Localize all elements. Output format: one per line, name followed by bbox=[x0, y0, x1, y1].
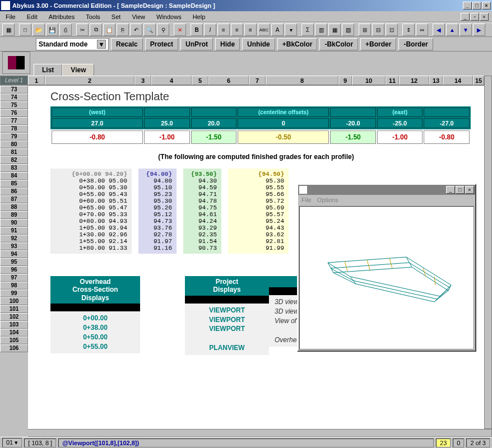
viewer-maximize-button[interactable]: □ bbox=[456, 186, 465, 194]
row-header[interactable]: 101 bbox=[0, 305, 28, 313]
chart2-icon[interactable]: ▦ bbox=[328, 24, 341, 36]
row-header[interactable]: 105 bbox=[0, 337, 28, 344]
viewer-window[interactable]: _ □ × File Options bbox=[297, 184, 476, 352]
viewer-titlebar[interactable]: _ □ × bbox=[298, 185, 475, 195]
tool3-icon[interactable]: ⊡ bbox=[386, 24, 398, 36]
border-minus-button[interactable]: -Border bbox=[398, 38, 433, 50]
row-header[interactable]: 100 bbox=[0, 297, 28, 305]
paste2-icon[interactable]: ⎘ bbox=[117, 24, 129, 36]
panel-item[interactable]: 0+55.00 bbox=[50, 342, 140, 352]
vertical-scrollbar[interactable] bbox=[484, 76, 492, 429]
col-header[interactable]: 15 bbox=[473, 76, 484, 85]
unhide-button[interactable]: Unhide bbox=[242, 38, 275, 50]
cut-icon[interactable]: ✂ bbox=[76, 24, 89, 36]
row-header[interactable]: 74 bbox=[0, 94, 28, 101]
row-header[interactable]: 83 bbox=[0, 164, 28, 172]
tool4-icon[interactable]: ⇕ bbox=[402, 24, 415, 36]
child-close-button[interactable]: × bbox=[480, 13, 489, 21]
find-icon[interactable]: 🔍 bbox=[143, 24, 156, 36]
border-plus-button[interactable]: +Border bbox=[360, 38, 396, 50]
unprot-button[interactable]: UnProt bbox=[180, 38, 213, 50]
copy-icon[interactable]: ⧉ bbox=[90, 24, 102, 36]
tool2-icon[interactable]: ⊟ bbox=[372, 24, 384, 36]
menu-file[interactable]: File bbox=[3, 12, 18, 21]
tool1-icon[interactable]: ⊞ bbox=[359, 24, 371, 36]
row-header[interactable]: 89 bbox=[0, 211, 28, 219]
row-header[interactable]: 84 bbox=[0, 172, 28, 180]
color-icon[interactable]: ▾ bbox=[285, 24, 297, 36]
tool5-icon[interactable]: ⇔ bbox=[416, 24, 428, 36]
col-header[interactable]: 6 bbox=[208, 76, 249, 85]
viewer-close-button[interactable]: × bbox=[465, 186, 474, 194]
row-header[interactable]: 102 bbox=[0, 313, 28, 321]
viewer-menu-file[interactable]: File bbox=[301, 197, 312, 203]
italic-icon[interactable]: I bbox=[204, 24, 216, 36]
col-header[interactable]: 1 bbox=[28, 76, 45, 85]
row-header[interactable]: 103 bbox=[0, 321, 28, 329]
row-header[interactable]: 88 bbox=[0, 203, 28, 211]
panel-item[interactable]: 0+00.00 bbox=[50, 314, 140, 323]
row-header[interactable]: 79 bbox=[0, 133, 28, 141]
hide-button[interactable]: Hide bbox=[215, 38, 240, 50]
menu-edit[interactable]: Edit bbox=[25, 12, 40, 21]
new2-icon[interactable]: □ bbox=[19, 24, 31, 36]
print-icon[interactable]: ⎙ bbox=[59, 24, 72, 36]
col-header[interactable]: 11 bbox=[386, 76, 399, 85]
menu-help[interactable]: Help bbox=[191, 12, 208, 21]
col-header[interactable]: 14 bbox=[443, 76, 473, 85]
font-icon[interactable]: A bbox=[271, 24, 284, 36]
col-header[interactable]: 7 bbox=[249, 76, 266, 85]
viewer-canvas[interactable] bbox=[299, 206, 474, 349]
panel-item[interactable]: VIEWPORT bbox=[185, 306, 269, 315]
bold-icon[interactable]: B bbox=[191, 24, 203, 36]
row-header[interactable]: 73 bbox=[0, 86, 28, 94]
child-minimize-button[interactable]: _ bbox=[461, 13, 470, 21]
col-header[interactable]: 8 bbox=[266, 76, 338, 85]
maximize-button[interactable]: □ bbox=[472, 2, 481, 10]
row-header[interactable]: 96 bbox=[0, 266, 28, 274]
nav-down-icon[interactable]: ▼ bbox=[459, 24, 472, 36]
row-header[interactable]: 86 bbox=[0, 188, 28, 195]
undo-icon[interactable]: ↶ bbox=[130, 24, 142, 36]
panel-item[interactable]: VIEWPORT bbox=[185, 324, 269, 334]
chart3-icon[interactable]: ▧ bbox=[342, 24, 354, 36]
minimize-button[interactable]: _ bbox=[463, 2, 472, 10]
menu-attributes[interactable]: Attributes bbox=[47, 12, 77, 21]
row-header[interactable]: 98 bbox=[0, 282, 28, 290]
nav-up-icon[interactable]: ▲ bbox=[446, 24, 458, 36]
row-header[interactable]: 78 bbox=[0, 125, 28, 133]
level-indicator[interactable]: Level 1 bbox=[0, 76, 28, 85]
row-header[interactable]: 76 bbox=[0, 109, 28, 117]
child-maximize-button[interactable]: ▫ bbox=[470, 13, 479, 21]
menu-view[interactable]: View bbox=[129, 12, 147, 21]
col-header[interactable]: 5 bbox=[192, 76, 208, 85]
spellcheck-icon[interactable]: ABC bbox=[258, 24, 270, 36]
row-header[interactable]: 94 bbox=[0, 250, 28, 258]
panel-item[interactable]: 0+38.00 bbox=[50, 323, 140, 333]
row-header[interactable]: 75 bbox=[0, 101, 28, 109]
nav-left-icon[interactable]: ◀ bbox=[433, 24, 445, 36]
row-header[interactable]: 91 bbox=[0, 227, 28, 235]
row-header[interactable]: 99 bbox=[0, 290, 28, 297]
delete-icon[interactable]: ✕ bbox=[174, 24, 186, 36]
row-header[interactable]: 85 bbox=[0, 180, 28, 188]
status-level[interactable]: 01 ▾ bbox=[2, 438, 22, 447]
col-header[interactable]: 12 bbox=[399, 76, 429, 85]
menu-set[interactable]: Set bbox=[109, 12, 123, 21]
bkcolor-plus-button[interactable]: +BkColor bbox=[277, 38, 318, 50]
panel-item[interactable]: PLANVIEW bbox=[185, 343, 269, 353]
paste-icon[interactable]: 📋 bbox=[103, 24, 115, 36]
panel-item[interactable]: VIEWPORT bbox=[185, 315, 269, 325]
col-header[interactable]: 10 bbox=[352, 76, 386, 85]
open-icon[interactable]: 📂 bbox=[33, 24, 45, 36]
col-header[interactable]: 4 bbox=[151, 76, 192, 85]
panel-item[interactable]: 0+50.00 bbox=[50, 333, 140, 342]
row-header[interactable]: 90 bbox=[0, 219, 28, 227]
row-header[interactable]: 82 bbox=[0, 156, 28, 164]
tab-view[interactable]: View bbox=[62, 64, 94, 76]
col-header[interactable]: 2 bbox=[45, 76, 134, 85]
row-header[interactable]: 104 bbox=[0, 329, 28, 337]
align-center-icon[interactable]: ≡ bbox=[231, 24, 243, 36]
row-header[interactable]: 95 bbox=[0, 258, 28, 266]
recalc-button[interactable]: Recalc bbox=[111, 38, 143, 50]
